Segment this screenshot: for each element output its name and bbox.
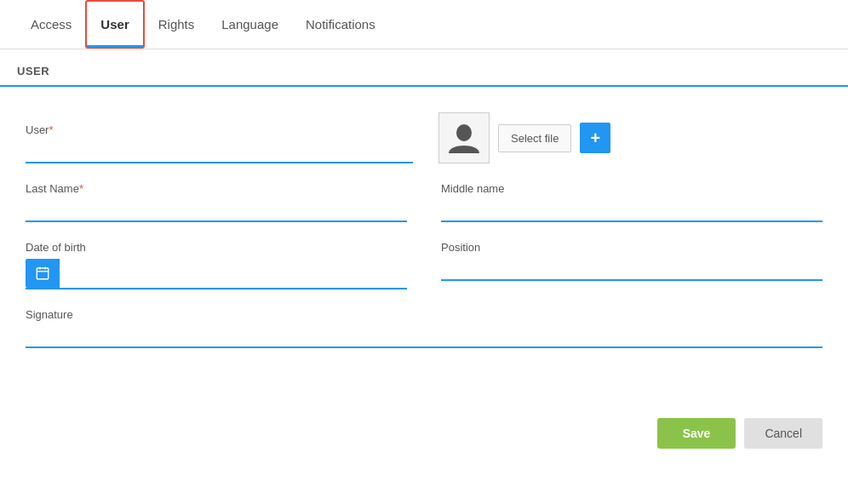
- dob-input-wrapper: [26, 259, 407, 289]
- cancel-button[interactable]: Cancel: [744, 418, 822, 449]
- position-input[interactable]: [441, 259, 822, 281]
- user-group: User*: [26, 123, 413, 163]
- section-title: USER: [17, 65, 49, 77]
- last-name-input[interactable]: [26, 200, 407, 222]
- name-row: Last Name* Middle name: [26, 182, 822, 222]
- person-icon: [447, 121, 481, 155]
- form-actions: Save Cancel: [0, 401, 848, 466]
- dob-input[interactable]: [60, 263, 407, 284]
- tab-navigation: Access User Rights Language Notification…: [0, 0, 848, 49]
- avatar: [438, 112, 490, 163]
- last-name-group: Last Name*: [26, 182, 407, 222]
- avatar-section: Select file +: [438, 112, 610, 163]
- last-name-label: Last Name*: [26, 182, 407, 195]
- middle-name-label: Middle name: [441, 182, 822, 195]
- middle-name-input[interactable]: [441, 200, 822, 222]
- position-group: Position: [441, 241, 822, 281]
- tab-user[interactable]: User: [85, 0, 144, 49]
- tab-language[interactable]: Language: [208, 0, 292, 49]
- calendar-icon: [35, 266, 50, 281]
- user-row: User* Select file +: [26, 112, 822, 163]
- signature-row: Signature: [26, 308, 822, 348]
- signature-label: Signature: [26, 308, 822, 321]
- calendar-button[interactable]: [26, 259, 60, 288]
- section-header: USER: [0, 49, 848, 87]
- user-label: User*: [26, 123, 413, 136]
- user-input[interactable]: [26, 141, 413, 163]
- signature-group: Signature: [26, 308, 822, 348]
- tab-rights[interactable]: Rights: [145, 0, 209, 49]
- tab-notifications[interactable]: Notifications: [292, 0, 389, 49]
- select-file-button[interactable]: Select file: [498, 124, 571, 152]
- save-button[interactable]: Save: [657, 418, 736, 449]
- dob-position-row: Date of birth Position: [26, 241, 822, 289]
- form-container: User* Select file + Last Name*: [0, 104, 848, 384]
- position-label: Position: [441, 241, 822, 254]
- signature-input[interactable]: [26, 326, 822, 348]
- svg-point-0: [456, 124, 472, 141]
- add-avatar-button[interactable]: +: [580, 123, 610, 153]
- middle-name-group: Middle name: [441, 182, 822, 222]
- dob-label: Date of birth: [26, 241, 407, 254]
- tab-access[interactable]: Access: [17, 0, 85, 49]
- dob-group: Date of birth: [26, 241, 407, 289]
- svg-rect-1: [37, 268, 49, 279]
